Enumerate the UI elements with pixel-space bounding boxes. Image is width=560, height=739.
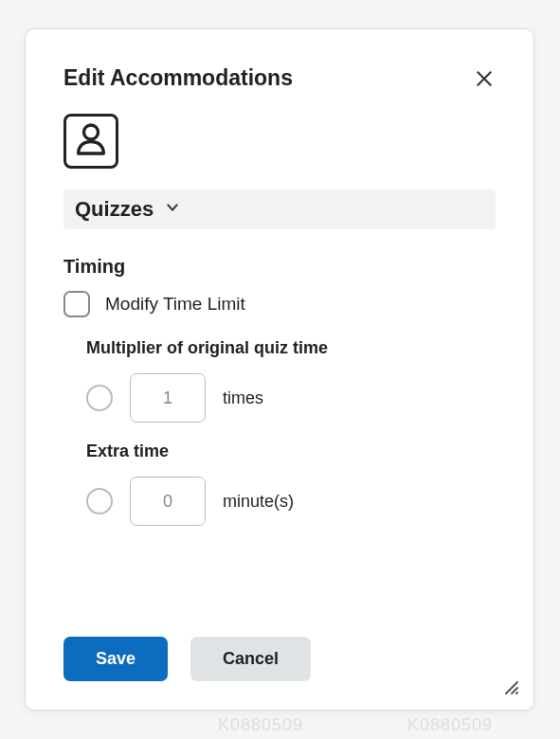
close-button[interactable] [473,67,496,90]
cancel-button[interactable]: Cancel [190,637,311,681]
modal-footer: Save Cancel [63,637,496,681]
extra-time-input[interactable] [130,477,206,526]
user-profile-icon [63,114,118,169]
multiplier-input-row: times [86,373,496,423]
multiplier-radio[interactable] [86,385,113,411]
chevron-down-icon [165,200,180,219]
section-dropdown-label: Quizzes [75,197,154,222]
edit-accommodations-modal: Edit Accommodations Quizzes Timing Modif… [25,28,534,711]
backdrop-text: K0880509 [218,715,303,735]
extra-time-unit: minute(s) [223,492,294,512]
multiplier-label: Multiplier of original quiz time [86,338,496,358]
multiplier-input[interactable] [130,373,206,423]
timing-heading: Timing [63,256,496,278]
extra-time-radio[interactable] [86,488,113,514]
modify-time-limit-label: Modify Time Limit [105,294,245,315]
backdrop-text: K0880509 [407,715,493,735]
extra-time-section: Extra time minute(s) [63,442,496,526]
modal-header: Edit Accommodations [63,65,496,91]
resize-icon [503,679,520,696]
extra-time-input-row: minute(s) [86,477,496,526]
multiplier-section: Multiplier of original quiz time times [63,338,496,423]
multiplier-unit: times [223,388,263,408]
close-icon [475,69,494,88]
person-icon [72,120,110,162]
modify-time-limit-row: Modify Time Limit [63,291,496,317]
save-button[interactable]: Save [63,637,168,681]
modal-title: Edit Accommodations [63,65,293,91]
quizzes-section-dropdown[interactable]: Quizzes [63,189,496,229]
extra-time-label: Extra time [86,442,496,461]
modify-time-limit-checkbox[interactable] [63,291,90,317]
resize-handle[interactable] [503,679,520,696]
